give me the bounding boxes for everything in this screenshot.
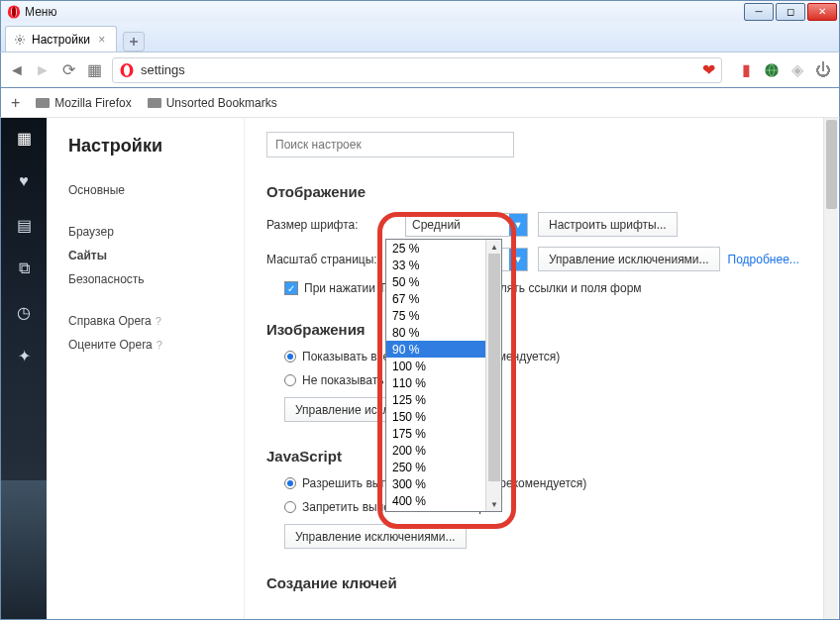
settings-nav: Настройки Основные Браузер Сайты Безопас…	[47, 118, 245, 619]
bookmark-folder-unsorted[interactable]: Unsorted Bookmarks	[148, 96, 277, 110]
maximize-button[interactable]: ◻	[776, 3, 805, 21]
zoom-option[interactable]: 175 %	[386, 425, 501, 442]
tab-title: Настройки	[32, 33, 90, 47]
dropdown-scrollbar[interactable]: ▲ ▼	[485, 240, 501, 511]
bookmark-heart-icon[interactable]: ❤	[702, 60, 715, 79]
zoom-option[interactable]: 90 %	[386, 341, 501, 358]
section-keys: Создание ключей	[266, 574, 817, 591]
nav-browser[interactable]: Браузер	[68, 220, 232, 244]
close-button[interactable]: ✕	[807, 3, 837, 21]
toolbar: ◄ ► ⟳ ▦ ❤ ▮ ◈ ⏻	[0, 52, 840, 88]
zoom-option[interactable]: 125 %	[386, 391, 501, 408]
address-input[interactable]	[141, 62, 696, 77]
zoom-option[interactable]: 200 %	[386, 442, 501, 459]
scroll-up-icon[interactable]: ▲	[486, 240, 502, 254]
folder-icon	[148, 98, 161, 108]
zoom-learn-more-link[interactable]: Подробнее...	[728, 253, 799, 266]
settings-main: Отображение Размер шрифта: Средний ▼ Нас…	[245, 118, 839, 619]
page-scrollbar[interactable]	[823, 118, 838, 619]
images-show-radio[interactable]	[284, 351, 296, 363]
nav-rate[interactable]: Оцените Opera?	[68, 333, 232, 357]
section-display: Отображение	[266, 183, 817, 200]
reload-button[interactable]: ⟳	[60, 62, 76, 78]
tab-settings[interactable]: Настройки ×	[5, 26, 117, 52]
zoom-option[interactable]: 150 %	[386, 408, 501, 425]
rail-news-icon[interactable]: ▤	[14, 215, 34, 235]
section-images: Изображения	[266, 321, 817, 338]
address-bar[interactable]: ❤	[112, 57, 722, 83]
downloads-icon[interactable]: ⏻	[815, 62, 831, 78]
zoom-option[interactable]: 80 %	[386, 324, 501, 341]
chevron-down-icon: ▼	[509, 249, 527, 270]
add-bookmark-button[interactable]: +	[11, 94, 20, 112]
zoom-option[interactable]: 250 %	[386, 459, 501, 475]
content-area: ▦ ♥ ▤ ⧉ ◷ ✦ Настройки Основные Браузер С…	[0, 118, 840, 620]
rail-speed-dial-icon[interactable]: ▦	[14, 128, 34, 148]
nav-sites[interactable]: Сайты	[68, 244, 232, 267]
configure-fonts-button[interactable]: Настроить шрифты...	[538, 212, 678, 237]
gear-icon	[14, 34, 26, 46]
js-allow-radio[interactable]	[284, 477, 296, 489]
zoom-exceptions-button[interactable]: Управление исключениями...	[538, 247, 720, 271]
forward-button[interactable]: ►	[35, 62, 51, 78]
new-tab-button[interactable]	[123, 32, 145, 52]
back-button[interactable]: ◄	[9, 62, 25, 78]
bookmark-folder-firefox[interactable]: Mozilla Firefox	[36, 96, 131, 110]
tab-strip: Настройки ×	[0, 22, 840, 52]
plus-icon	[129, 37, 139, 47]
shield-icon[interactable]: ◈	[789, 62, 805, 78]
zoom-option[interactable]: 400 %	[386, 492, 501, 509]
tab-close-icon[interactable]: ×	[96, 34, 108, 46]
page-scroll-thumb[interactable]	[826, 120, 837, 209]
rail-heart-icon[interactable]: ♥	[14, 171, 34, 191]
zoom-option[interactable]: 300 %	[386, 475, 501, 492]
bookmarks-bar: + Mozilla Firefox Unsorted Bookmarks	[0, 88, 840, 118]
zoom-option[interactable]: 100 %	[386, 358, 501, 374]
zoom-option[interactable]: 75 %	[386, 307, 501, 324]
section-js: JavaScript	[266, 448, 817, 465]
folder-icon	[36, 98, 50, 108]
page-title: Настройки	[68, 136, 232, 156]
rail-tabs-icon[interactable]: ⧉	[14, 259, 34, 278]
zoom-label: Масштаб страницы:	[266, 253, 405, 266]
window-menu-label[interactable]: Меню	[25, 5, 56, 19]
opera-logo-icon	[7, 5, 21, 19]
font-size-select[interactable]: Средний ▼	[405, 213, 528, 237]
rail-history-icon[interactable]: ◷	[14, 302, 34, 322]
settings-search-input[interactable]	[266, 132, 514, 157]
js-exceptions-button[interactable]: Управление исключениями...	[284, 524, 467, 549]
tab-highlight-checkbox[interactable]: ✓	[284, 281, 298, 295]
svg-point-2	[12, 6, 16, 17]
zoom-option[interactable]: 33 %	[386, 257, 501, 273]
globe-icon[interactable]	[764, 62, 780, 78]
scroll-thumb[interactable]	[488, 254, 500, 481]
svg-point-3	[19, 38, 22, 41]
zoom-option[interactable]: 110 %	[386, 374, 501, 391]
opera-badge-icon	[119, 62, 135, 78]
chevron-down-icon: ▼	[509, 214, 527, 236]
nav-help[interactable]: Справка Opera?	[68, 309, 232, 333]
zoom-dropdown-list[interactable]: ▲ ▼ 25 %33 %50 %67 %75 %80 %90 %100 %110…	[385, 239, 502, 512]
minimize-button[interactable]: ─	[744, 3, 774, 21]
rail-background	[1, 480, 47, 619]
svg-point-5	[124, 64, 130, 75]
zoom-option[interactable]: 25 %	[386, 240, 501, 257]
zoom-option[interactable]: 50 %	[386, 273, 501, 290]
rail-extensions-icon[interactable]: ✦	[14, 346, 34, 365]
sidebar-rail: ▦ ♥ ▤ ⧉ ◷ ✦	[1, 118, 47, 619]
font-size-label: Размер шрифта:	[266, 218, 405, 232]
window-titlebar: Меню ─ ◻ ✕	[0, 0, 840, 22]
speed-dial-button[interactable]: ▦	[86, 62, 102, 78]
nav-basic[interactable]: Основные	[68, 178, 232, 202]
js-deny-radio[interactable]	[284, 501, 296, 513]
help-icon: ?	[157, 339, 162, 351]
nav-security[interactable]: Безопасность	[68, 267, 232, 291]
help-icon: ?	[156, 315, 161, 327]
scroll-down-icon[interactable]: ▼	[486, 497, 502, 511]
zoom-option[interactable]: 67 %	[386, 290, 501, 307]
images-hide-radio[interactable]	[284, 374, 296, 386]
stash-icon[interactable]: ▮	[738, 62, 754, 78]
